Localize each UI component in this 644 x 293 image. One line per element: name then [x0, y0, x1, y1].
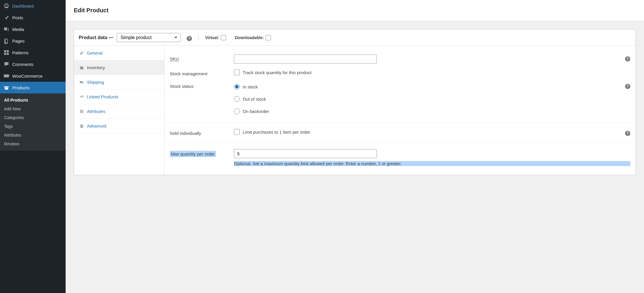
main-content: Edit Product Product data — Simple produ…	[66, 0, 644, 293]
page-header: Edit Product	[66, 0, 644, 21]
truck-icon	[79, 80, 84, 84]
wrench-icon	[79, 51, 84, 55]
sidebar-item-label: Media	[12, 27, 24, 32]
svg-rect-5	[80, 110, 83, 111]
stock-status-radio-instock[interactable]	[234, 84, 240, 90]
pin-icon	[4, 15, 9, 20]
inventory-form: SKU ? Stock management Track	[164, 46, 636, 175]
max-qty-input[interactable]	[234, 149, 377, 158]
sidebar-sub-all-products[interactable]: All Products	[0, 96, 66, 104]
patterns-icon	[4, 50, 9, 55]
row-max-qty: Max quantity per order Optional. Set a m…	[164, 142, 636, 169]
product-type-select[interactable]: Simple product	[117, 33, 181, 42]
sidebar-sub-attributes[interactable]: Attributes	[0, 131, 66, 139]
radio-label: On backorder	[243, 109, 269, 114]
row-sold-individually: Sold individually Limit purchases to 1 i…	[164, 122, 636, 139]
row-sku: SKU ?	[164, 52, 636, 67]
panel-title: Product data —	[79, 35, 113, 40]
sidebar-item-label: Comments	[12, 62, 34, 67]
sidebar-item-media[interactable]: Media	[0, 23, 66, 35]
sidebar-item-pages[interactable]: Pages	[0, 35, 66, 47]
help-icon[interactable]: ?	[625, 131, 630, 136]
virtual-label: Virtual:	[205, 35, 219, 40]
help-icon[interactable]: ?	[625, 84, 630, 89]
product-data-panel: Product data — Simple product ? Virtual:…	[74, 29, 636, 175]
sidebar-item-comments[interactable]: Comments	[0, 58, 66, 70]
virtual-toggle[interactable]: Virtual:	[205, 35, 226, 40]
tab-label: Inventory	[87, 65, 105, 70]
stock-management-checkbox-label: Track stock quantity for this product	[243, 70, 312, 75]
dashboard-icon	[4, 3, 9, 9]
tab-linked-products[interactable]: Linked Products	[74, 90, 164, 104]
gear-icon	[79, 124, 84, 128]
sku-input[interactable]	[234, 55, 377, 64]
divider	[198, 34, 199, 41]
tab-attributes[interactable]: Attributes	[74, 104, 164, 119]
stock-status-onbackorder[interactable]: On backorder	[234, 107, 619, 116]
media-icon	[4, 26, 9, 32]
svg-rect-0	[4, 50, 6, 52]
sidebar-item-label: Products	[12, 85, 29, 90]
sidebar-sub-tags[interactable]: Tags	[0, 122, 66, 131]
sidebar-item-label: WooCommerce	[12, 74, 43, 79]
downloadable-checkbox[interactable]	[266, 35, 271, 40]
downloadable-label: Downloadable:	[235, 35, 264, 40]
radio-label: In stock	[243, 84, 258, 89]
sidebar-sub-add-new[interactable]: Add New	[0, 104, 66, 113]
sidebar-item-label: Patterns	[12, 50, 29, 55]
downloadable-toggle[interactable]: Downloadable:	[235, 35, 271, 40]
svg-rect-1	[7, 50, 9, 52]
sidebar-item-posts[interactable]: Posts	[0, 12, 66, 23]
radio-label: Out of stock	[243, 97, 266, 102]
stock-management-checkbox[interactable]	[234, 69, 240, 75]
row-stock-management: Stock management Track stock quantity fo…	[164, 67, 636, 79]
stock-status-instock[interactable]: In stock	[234, 82, 619, 91]
label-stock-management: Stock management	[170, 69, 228, 76]
label-max-qty: Max quantity per order	[170, 149, 228, 157]
stock-status-radio-outofstock[interactable]	[234, 96, 240, 102]
label-sold-individually: Sold individually	[170, 129, 228, 136]
virtual-checkbox[interactable]	[221, 35, 226, 40]
svg-rect-6	[80, 111, 83, 111]
svg-rect-2	[4, 53, 6, 55]
sidebar-item-label: Dashboard	[12, 4, 34, 8]
product-data-tabs: General Inventory Shipping Linked P	[74, 46, 164, 175]
tab-general[interactable]: General	[74, 46, 164, 60]
sidebar-item-label: Posts	[12, 15, 23, 20]
list-icon	[79, 109, 84, 114]
sidebar-sub-categories[interactable]: Categories	[0, 113, 66, 122]
svg-rect-4	[4, 74, 9, 77]
tab-label: General	[87, 50, 102, 55]
sidebar-sub-reviews[interactable]: Reviews	[0, 139, 66, 148]
sold-individually-checkbox[interactable]	[234, 129, 240, 135]
tab-label: Shipping	[87, 80, 104, 85]
help-icon[interactable]: ?	[187, 36, 192, 41]
sidebar-item-dashboard[interactable]: Dashboard	[0, 0, 66, 12]
admin-sidebar: Dashboard Posts Media Pages Patterns Com…	[0, 0, 66, 293]
inventory-icon	[79, 66, 84, 70]
svg-rect-7	[80, 112, 83, 113]
tab-label: Advanced	[87, 123, 106, 128]
page-title: Edit Product	[74, 7, 636, 14]
stock-status-radio-onbackorder[interactable]	[234, 108, 240, 114]
label-sku: SKU	[170, 55, 228, 61]
label-max-qty-text: Max quantity per order	[170, 151, 216, 157]
label-stock-status: Stock status	[170, 82, 228, 89]
sold-individually-checkbox-label: Limit purchases to 1 item per order	[243, 130, 310, 135]
sidebar-item-patterns[interactable]: Patterns	[0, 47, 66, 58]
product-data-header: Product data — Simple product ? Virtual:…	[74, 29, 636, 46]
stock-management-checkbox-row[interactable]: Track stock quantity for this product	[234, 69, 630, 75]
sidebar-submenu-products: All Products Add New Categories Tags Att…	[0, 93, 66, 151]
stock-status-outofstock[interactable]: Out of stock	[234, 94, 619, 104]
link-icon	[79, 95, 84, 99]
tab-label: Linked Products	[87, 94, 118, 99]
tab-advanced[interactable]: Advanced	[74, 119, 164, 133]
tab-inventory[interactable]: Inventory	[74, 60, 164, 75]
sidebar-item-products[interactable]: Products	[0, 82, 66, 93]
tab-shipping[interactable]: Shipping	[74, 75, 164, 90]
sidebar-item-label: Pages	[12, 39, 25, 43]
max-qty-help: Optional. Set a maximum quantity limit a…	[234, 161, 630, 166]
sidebar-item-woocommerce[interactable]: WooCommerce	[0, 70, 66, 82]
sold-individually-checkbox-row[interactable]: Limit purchases to 1 item per order	[234, 129, 619, 135]
help-icon[interactable]: ?	[625, 56, 630, 62]
